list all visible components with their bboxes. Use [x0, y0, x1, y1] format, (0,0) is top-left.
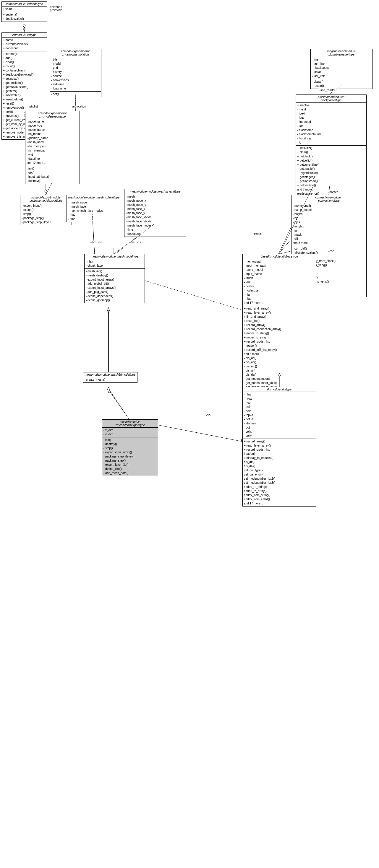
- label-con: -con: [328, 250, 334, 253]
- svg-marker-35: [107, 308, 110, 311]
- label-annotation: -annotation: [71, 105, 86, 108]
- box-section-attrs: - x_dim - y_dim: [102, 428, 158, 437]
- label-var-ids: -var_ids: [130, 241, 141, 244]
- class-name: meshmodulemodule::meshncdimidtype: [68, 196, 119, 199]
- box-header: listnodemodule::listnodetype: [2, 2, 47, 6]
- svg-marker-9: [45, 189, 47, 193]
- label-dim-ids: -dim_ids: [90, 241, 102, 244]
- svg-marker-22: [23, 24, 25, 28]
- box-mesh2dmodeltype: meshmodelmodule::mesh2dmodeltype - creat…: [83, 372, 138, 383]
- attr-currentnodeindex: + currentnodeindex: [3, 42, 46, 46]
- label-pkglist: -pkglist: [28, 105, 38, 108]
- box-section-methods: + getitem() + deallocvalue(): [2, 12, 47, 22]
- box-header: meshmodulemodule::meshncdimidtype: [67, 195, 121, 200]
- box-header: blockparsermodule::blockparsertype: [296, 95, 366, 103]
- box-distype: dismodule::distype - nlay - nrow - ncol …: [242, 387, 316, 506]
- box-ncmodelexporttype: ncmodelexportmodule::ncmodelexporttype -…: [25, 111, 80, 184]
- box-longlinereadertype: longlinereadermodule::longlinereadertype…: [311, 49, 373, 89]
- class-name: basedismodule::disbasetype: [261, 255, 298, 258]
- box-section-attrs: - title - model - grid - history - sourc…: [50, 57, 101, 92]
- class-name: meshmodelmodule::mesh2dmodeltype: [85, 373, 136, 376]
- box-header: basedismodule::disbasetype: [243, 254, 316, 259]
- box-section-attrs: - memorypath - name_model - nodes - nja …: [291, 203, 366, 246]
- class-name: blockparsermodule::blockparsertype: [318, 95, 344, 102]
- class-name: ncmodelexportmodule::ncexportannotation: [61, 50, 90, 56]
- attr-value: + value: [3, 7, 46, 11]
- box-section-attrs: + iuactive - inunit - iuext - iout - lin…: [296, 103, 366, 146]
- box-section-attrs: - memorypath - input_mempath - name_mode…: [243, 259, 316, 306]
- box-section-attrs: - nlay - chunk_face: [85, 259, 145, 269]
- box-header: ncmodelexportmodule::ncexportannotation: [50, 49, 101, 57]
- class-name: ncmodelexportmodule::ncbasemodelexportty…: [30, 196, 63, 202]
- box-section-methods: + record_array() + read_layer_array() + …: [243, 439, 316, 506]
- box-section-attrs: + name + currentnodeindex + nodecount: [2, 37, 47, 52]
- svg-line-40: [109, 390, 129, 420]
- box-section-methods: - init() - destroy() - step() - export_i…: [102, 437, 158, 476]
- class-name: longlinereadermodule::longlinereadertype: [327, 50, 356, 56]
- class-name: listnodemodule::listnodetype: [6, 2, 43, 6]
- svg-marker-14: [107, 309, 110, 313]
- box-section-attrs: - nlay - nrow - ncol - delr - delc - top…: [243, 392, 316, 439]
- box-listnodemodule-listnodetype: listnodemodule::listnodetype + value + g…: [1, 1, 47, 22]
- box-header: ncmodelexportmodule::ncmodelexporttype: [25, 111, 80, 119]
- box-header: ncmodelexportmodule::ncbasemodelexportty…: [20, 195, 71, 203]
- class-name: meshdismodule::mesh2ddisexporttype: [115, 420, 145, 427]
- method-deallocvalue: + deallocvalue(): [3, 17, 46, 21]
- box-blockparsertype: blockparsermodule::blockparsertype + iua…: [296, 94, 367, 197]
- svg-line-18: [109, 390, 129, 420]
- box-section-attrs: - nmesh_node - nmesh_face - max_nmesh_fa…: [67, 200, 121, 222]
- box-section-methods: + initialize() + clear() + getblock() + …: [296, 146, 366, 196]
- box-section-methods: - mesh_init() - mesh_destroy() - export_…: [85, 269, 145, 303]
- box-header: longlinereadermodule::longlinereadertype: [311, 49, 372, 57]
- label-dis: -dis: [205, 413, 211, 417]
- box-header: meshmodulemodule::meshncvaridtype: [124, 189, 186, 194]
- svg-marker-41: [108, 390, 111, 393]
- label-nextnode: +nextnode+prevnode: [48, 5, 63, 12]
- svg-line-42: [145, 281, 242, 310]
- attr-name: + name: [3, 38, 46, 42]
- label-line-reader: -line_reader: [319, 89, 336, 92]
- box-section-attrs: - line - last_line - nbackspace - iostat…: [311, 57, 372, 79]
- class-name: listmodule::listtype: [12, 33, 37, 37]
- attr-nodecount: + nodecount: [3, 46, 46, 51]
- box-mesh2ddisexporttype: meshdismodule::mesh2ddisexporttype - x_d…: [102, 420, 158, 476]
- box-section-attrs: - mesh - mesh_node_x - mesh_node_y - mes…: [124, 194, 186, 237]
- box-meshncdimidtype: meshmodulemodule::meshncdimidtype - nmes…: [66, 195, 121, 222]
- label-parser-1: -parser: [328, 190, 338, 194]
- box-meshmodeltype: meshmodelmodule::meshmodeltype - nlay - …: [84, 254, 145, 303]
- box-header: dismodule::distype: [243, 387, 316, 392]
- box-header: meshdismodule::mesh2ddisexporttype: [102, 420, 158, 428]
- box-header: meshmodelmodule::meshmodeltype: [85, 254, 145, 259]
- svg-marker-1: [23, 27, 25, 31]
- class-name: meshmodelmodule::meshmodeltype: [91, 255, 138, 258]
- box-section-methods: - create_mesh(): [83, 377, 137, 382]
- class-name: meshmodulemodule::meshncvaridtype: [130, 190, 180, 193]
- box-ncbasemodelexporttype: ncmodelexportmodule::ncbasemodelexportty…: [20, 195, 72, 225]
- class-name: connectionsmodule::connectionstype: [315, 196, 343, 202]
- box-section-methods: - bkspc() - rdcom(): [311, 79, 372, 89]
- svg-line-20: [279, 239, 291, 254]
- svg-line-31: [280, 251, 291, 254]
- class-name: dismodule::distype: [267, 388, 292, 391]
- box-section-methods: - init() - get() - input_attribute() - d…: [25, 166, 80, 184]
- uml-diagram: listnodemodule::listnodetype + value + g…: [0, 0, 379, 868]
- svg-marker-30: [45, 193, 47, 195]
- box-header: listmodule::listtype: [2, 33, 47, 37]
- box-section-attrs: + value: [2, 6, 47, 12]
- class-name: ncmodelexportmodule::ncmodelexporttype: [38, 112, 67, 118]
- svg-marker-19: [107, 387, 110, 391]
- box-ncexportannotation: ncmodelexportmodule::ncexportannotation …: [50, 49, 101, 97]
- box-section-methods: - export_input() - export() - step() - p…: [20, 203, 71, 225]
- label-parser-2: -parser: [253, 232, 263, 235]
- box-meshncvaridtype: meshmodulemodule::meshncvaridtype - mesh…: [124, 189, 186, 237]
- box-section-methods: - set(): [50, 92, 101, 97]
- box-section-attrs: - modelname - modeltype - modelfname - n…: [25, 119, 80, 166]
- box-disbasetype: basedismodule::disbasetype - memorypath …: [242, 254, 316, 403]
- method-getitem: + getitem(): [3, 13, 46, 17]
- svg-marker-39: [240, 439, 242, 441]
- box-header: connectionsmodule::connectionstype: [291, 195, 366, 203]
- box-header: meshmodelmodule::mesh2dmodeltype: [83, 372, 137, 377]
